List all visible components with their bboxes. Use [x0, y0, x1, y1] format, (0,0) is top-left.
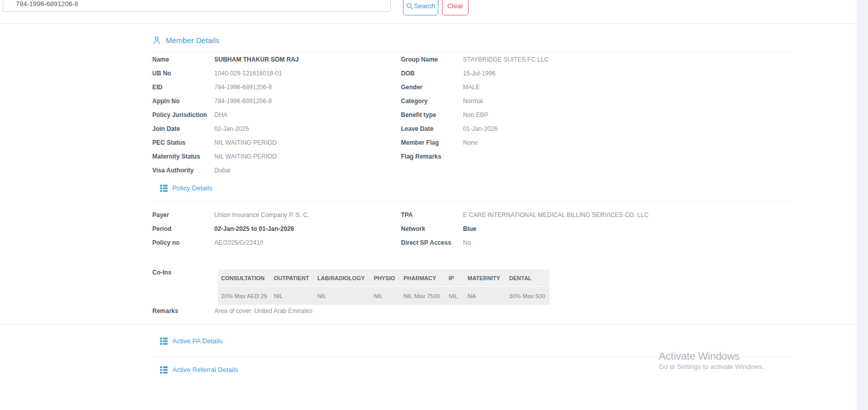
- detail-row-tpa: TPA E CARE INTERNATIONAL MEDICAL BILLING…: [401, 208, 709, 222]
- column-header: CONSULTATION: [218, 275, 271, 281]
- person-icon: [152, 36, 161, 45]
- field-value: SUBHAM THAKUR SOM RAJ: [214, 56, 299, 63]
- search-input[interactable]: [3, 0, 391, 12]
- table-cell: NIL: [371, 293, 400, 299]
- table-icon: [160, 185, 168, 192]
- field-label: Network: [401, 225, 463, 232]
- remarks-value: Area of cover: United Arab Emirates: [214, 307, 312, 315]
- field-value: None: [463, 139, 478, 146]
- field-label: Group Name: [401, 56, 463, 63]
- page-right-gutter: [857, 0, 868, 410]
- detail-row-group-name: Group Name STAYBRIDGE SUITES FC LLC: [401, 52, 647, 66]
- field-label: EID: [152, 84, 214, 91]
- field-value: 784-1996-6891206-8: [214, 84, 272, 91]
- field-value: Blue: [463, 225, 476, 232]
- field-label: Appln No: [152, 97, 214, 105]
- coins-table-header: CONSULTATION OUTPATIENT LAB/RADIOLOGY PH…: [218, 269, 550, 286]
- detail-row-join-date: Join Date 02-Jan-2025: [152, 122, 398, 135]
- coins-table-row: 20% Max AED 25 NIL NIL NIL NIL Max 7500 …: [218, 287, 550, 305]
- policy-details-right-column: TPA E CARE INTERNATIONAL MEDICAL BILLING…: [401, 208, 709, 249]
- detail-row-category: Category Normal: [401, 94, 647, 108]
- search-button-label: Search: [414, 2, 435, 10]
- member-details-left-column: Name SUBHAM THAKUR SOM RAJ UB No 1040-02…: [152, 52, 398, 177]
- column-header: DENTAL: [506, 275, 550, 281]
- coins-label: Co-Ins: [152, 269, 171, 276]
- field-label: Flag Remarks: [401, 153, 463, 160]
- column-header: PHYSIO: [371, 275, 400, 281]
- field-label: Leave Date: [401, 125, 463, 132]
- field-label: Policy no: [152, 239, 214, 246]
- active-referral-details-header[interactable]: Active Referral Details: [160, 366, 238, 374]
- member-lookup-page: Search Clear Member Details Name SUBHAM …: [0, 0, 868, 410]
- field-label: Period: [152, 225, 214, 232]
- detail-row-member-flag: Member Flag None: [401, 135, 647, 149]
- detail-row-period: Period 02-Jan-2025 to 01-Jan-2026: [152, 222, 398, 236]
- field-value: 784-1996-6891206-8: [214, 97, 272, 105]
- field-value: NIL WAITING PERIOD: [214, 139, 277, 146]
- watermark-subtitle: Go to Settings to activate Windows.: [659, 362, 764, 372]
- field-label: Payer: [152, 211, 214, 219]
- field-label: UB No: [152, 70, 214, 77]
- policy-details-header[interactable]: Policy Details: [160, 184, 212, 192]
- field-value: NIL WAITING PERIOD: [214, 153, 277, 160]
- detail-row-policy-no: Policy no AE/2025/G/22410: [152, 236, 398, 249]
- clear-button[interactable]: Clear: [442, 0, 469, 15]
- policy-details-left-column: Payer Union Insurance Company P. S. C. P…: [152, 208, 398, 249]
- detail-row-name: Name SUBHAM THAKUR SOM RAJ: [152, 52, 398, 66]
- column-header: OUTPATIENT: [271, 275, 314, 281]
- field-value: STAYBRIDGE SUITES FC LLC: [463, 56, 549, 63]
- policy-details-divider: [152, 202, 791, 202]
- field-value: Dubai: [214, 167, 230, 174]
- field-label: Name: [152, 56, 214, 63]
- field-value: 15-Jul-1996: [463, 70, 495, 77]
- detail-row-leave-date: Leave Date 01-Jan-2026: [401, 122, 647, 135]
- activate-windows-watermark: Activate Windows Go to Settings to activ…: [659, 350, 764, 372]
- detail-row-payer: Payer Union Insurance Company P. S. C.: [152, 208, 398, 222]
- field-value: Normal: [463, 97, 483, 105]
- member-details-divider: [152, 51, 791, 52]
- detail-row-benefit-type: Benefit type Non EBP: [401, 108, 647, 122]
- field-label: Maternity Status: [152, 153, 214, 160]
- watermark-title: Activate Windows: [659, 350, 764, 362]
- detail-row-dob: DOB 15-Jul-1996: [401, 66, 647, 80]
- field-label: TPA: [401, 211, 463, 219]
- search-button[interactable]: Search: [403, 0, 438, 15]
- detail-row-gender: Gender MALE: [401, 80, 647, 94]
- detail-row-eid: EID 784-1996-6891206-8: [152, 80, 398, 94]
- detail-row-pec-status: PEC Status NIL WAITING PERIOD: [152, 135, 398, 149]
- field-value: E CARE INTERNATIONAL MEDICAL BILLING SER…: [463, 211, 649, 219]
- table-cell: 30% Max 500: [506, 293, 550, 299]
- active-pa-details-title: Active PA Details: [172, 337, 223, 345]
- field-label: Direct SP Access: [401, 239, 463, 246]
- search-icon: [406, 3, 413, 10]
- active-referral-details-title: Active Referral Details: [172, 366, 238, 374]
- field-label: Benefit type: [401, 111, 463, 119]
- table-cell: NIL: [314, 293, 371, 299]
- column-header: LAB/RADIOLOGY: [314, 275, 371, 281]
- detail-row-appln-no: Appln No 784-1996-6891206-8: [152, 94, 398, 108]
- section-divider: [0, 324, 857, 325]
- field-label: PEC Status: [152, 139, 214, 146]
- table-cell: NIL Max 7500: [400, 293, 446, 299]
- field-label: DOB: [401, 70, 463, 77]
- detail-row-ubno: UB No 1040-029-121616018-01: [152, 66, 398, 80]
- member-details-header[interactable]: Member Details: [152, 36, 219, 45]
- field-value: MALE: [463, 84, 480, 91]
- field-label: Gender: [401, 84, 463, 91]
- field-label: Member Flag: [401, 139, 463, 146]
- column-header: IP: [446, 275, 465, 281]
- remarks-label: Remarks: [152, 307, 178, 315]
- coins-table: CONSULTATION OUTPATIENT LAB/RADIOLOGY PH…: [218, 269, 550, 305]
- detail-row-network: Network Blue: [401, 222, 709, 236]
- field-label: Policy Jurisdiction: [152, 111, 214, 119]
- field-value: Non EBP: [463, 111, 488, 119]
- active-pa-details-header[interactable]: Active PA Details: [160, 337, 223, 345]
- field-value: Union Insurance Company P. S. C.: [214, 211, 309, 219]
- field-label: Category: [401, 97, 463, 105]
- field-value: 1040-029-121616018-01: [214, 70, 282, 77]
- field-label: Visa Authority: [152, 167, 214, 174]
- member-details-title: Member Details: [166, 36, 219, 45]
- column-header: MATERNITY: [465, 275, 506, 281]
- clear-button-label: Clear: [447, 2, 463, 10]
- detail-row-direct-sp-access: Direct SP Access No: [401, 236, 709, 249]
